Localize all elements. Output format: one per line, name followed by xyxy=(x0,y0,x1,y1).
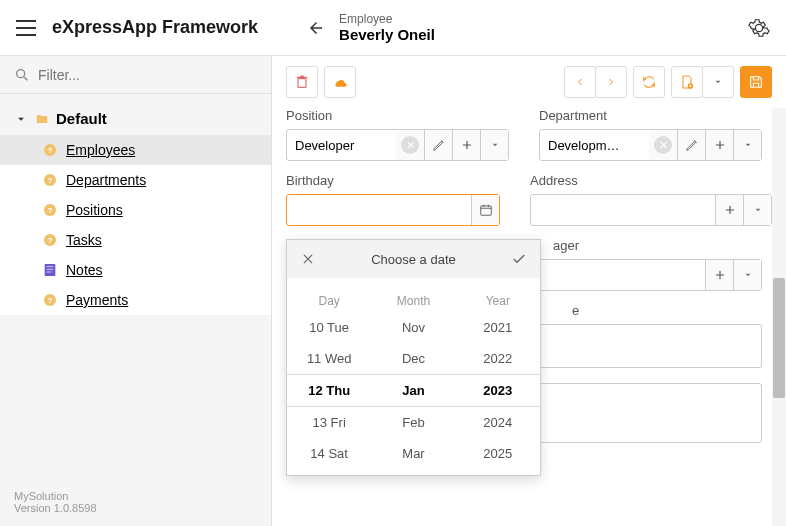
date-picker-confirm[interactable] xyxy=(510,250,528,268)
file-plus-icon xyxy=(679,74,695,90)
position-input-group: Developer ✕ xyxy=(286,129,509,161)
svg-text:?: ? xyxy=(48,296,53,305)
new-button[interactable] xyxy=(671,66,703,98)
manager-add[interactable] xyxy=(705,260,733,290)
reset-button[interactable] xyxy=(324,66,356,98)
calendar-icon xyxy=(479,203,493,217)
sidebar-item-positions[interactable]: ?Positions xyxy=(0,195,271,225)
sidebar-item-label: Notes xyxy=(66,262,103,278)
delete-button[interactable] xyxy=(286,66,318,98)
save-button[interactable] xyxy=(740,66,772,98)
date-picker-close[interactable] xyxy=(299,250,317,268)
next-button[interactable] xyxy=(595,66,627,98)
tree-section-default[interactable]: Default xyxy=(0,102,271,135)
new-dropdown[interactable] xyxy=(702,66,734,98)
caret-down-icon xyxy=(743,270,753,280)
department-add[interactable] xyxy=(705,130,733,160)
birthday-input[interactable] xyxy=(287,195,471,225)
caret-down-icon xyxy=(490,140,500,150)
dp-col-value[interactable]: Feb xyxy=(371,407,455,438)
nav-item-icon: ? xyxy=(42,292,58,308)
refresh-icon xyxy=(641,74,657,90)
sidebar-item-label: Payments xyxy=(66,292,128,308)
address-input-group xyxy=(530,194,772,226)
address-dropdown[interactable] xyxy=(743,195,771,225)
content-area: Position Developer ✕ Department Developm… xyxy=(272,56,786,526)
dp-col-value[interactable]: Nov xyxy=(371,312,455,343)
svg-text:?: ? xyxy=(48,176,53,185)
birthday-input-group xyxy=(286,194,500,226)
dp-col-value[interactable]: 11 Wed xyxy=(287,343,371,374)
sidebar-item-notes[interactable]: Notes xyxy=(0,255,271,285)
plus-icon xyxy=(460,138,474,152)
sidebar-item-tasks[interactable]: ?Tasks xyxy=(0,225,271,255)
caret-down-icon xyxy=(713,77,723,87)
arrow-left-icon xyxy=(307,19,325,37)
dp-col-value[interactable]: 2025 xyxy=(456,438,540,469)
position-add[interactable] xyxy=(452,130,480,160)
dp-col-value[interactable]: 2023 xyxy=(456,374,540,407)
back-button[interactable] xyxy=(303,15,329,41)
e-label-partial: e xyxy=(539,303,762,318)
svg-text:?: ? xyxy=(48,146,53,155)
chevron-right-icon xyxy=(605,76,617,88)
svg-line-1 xyxy=(24,77,27,80)
dp-col-value[interactable]: 14 Sat xyxy=(287,438,371,469)
department-dropdown[interactable] xyxy=(733,130,761,160)
position-clear[interactable]: ✕ xyxy=(396,130,424,160)
position-value[interactable]: Developer xyxy=(287,130,396,160)
position-edit[interactable] xyxy=(424,130,452,160)
department-edit[interactable] xyxy=(677,130,705,160)
date-picker-col-month[interactable]: MonthNovDecJanFebMar xyxy=(371,284,455,469)
refresh-button[interactable] xyxy=(633,66,665,98)
hamburger-icon[interactable] xyxy=(16,20,36,36)
dp-col-value[interactable]: 2021 xyxy=(456,312,540,343)
caret-down-icon xyxy=(753,205,763,215)
folder-icon xyxy=(34,112,50,126)
dp-col-value[interactable]: 2024 xyxy=(456,407,540,438)
clear-icon: ✕ xyxy=(401,136,419,154)
svg-rect-10 xyxy=(45,264,56,276)
dp-col-value[interactable]: 2022 xyxy=(456,343,540,374)
department-clear[interactable]: ✕ xyxy=(649,130,677,160)
trash-icon xyxy=(294,74,310,90)
address-add[interactable] xyxy=(715,195,743,225)
sidebar-item-payments[interactable]: ?Payments xyxy=(0,285,271,315)
app-title: eXpressApp Framework xyxy=(52,17,258,38)
notes-area[interactable] xyxy=(540,384,761,442)
manager-input[interactable] xyxy=(521,260,705,290)
birthday-calendar-button[interactable] xyxy=(471,195,499,225)
position-dropdown[interactable] xyxy=(480,130,508,160)
dp-col-value[interactable]: 10 Tue xyxy=(287,312,371,343)
nav-item-icon: ? xyxy=(42,232,58,248)
caret-down-icon xyxy=(743,140,753,150)
sidebar-item-employees[interactable]: ?Employees xyxy=(0,135,271,165)
scrollbar[interactable] xyxy=(772,108,786,526)
settings-button[interactable] xyxy=(748,17,770,39)
app-header: eXpressApp Framework Employee Beverly On… xyxy=(0,0,786,56)
toolbar xyxy=(272,56,786,108)
save-icon xyxy=(748,74,764,90)
manager-dropdown[interactable] xyxy=(733,260,761,290)
department-value[interactable]: Developm… xyxy=(540,130,649,160)
prev-button[interactable] xyxy=(564,66,596,98)
address-input[interactable] xyxy=(531,195,715,225)
dp-col-value[interactable]: Jan xyxy=(371,374,455,407)
plus-icon xyxy=(713,268,727,282)
dp-col-value[interactable]: 13 Fri xyxy=(287,407,371,438)
gear-icon xyxy=(748,17,770,39)
svg-text:?: ? xyxy=(48,206,53,215)
text-area-group xyxy=(539,324,762,368)
date-picker-col-day[interactable]: Day10 Tue11 Wed12 Thu13 Fri14 Sat xyxy=(287,284,371,469)
date-picker-col-year[interactable]: Year20212022202320242025 xyxy=(456,284,540,469)
dp-col-value[interactable]: 12 Thu xyxy=(287,374,371,407)
filter-input[interactable] xyxy=(38,67,257,83)
pencil-icon xyxy=(432,138,446,152)
text-area[interactable] xyxy=(540,325,761,367)
sidebar-item-departments[interactable]: ?Departments xyxy=(0,165,271,195)
scrollbar-thumb[interactable] xyxy=(773,278,785,398)
chevron-left-icon xyxy=(574,76,586,88)
dp-col-value[interactable]: Dec xyxy=(371,343,455,374)
sidebar: Default ?Employees?Departments?Positions… xyxy=(0,56,272,526)
dp-col-value[interactable]: Mar xyxy=(371,438,455,469)
